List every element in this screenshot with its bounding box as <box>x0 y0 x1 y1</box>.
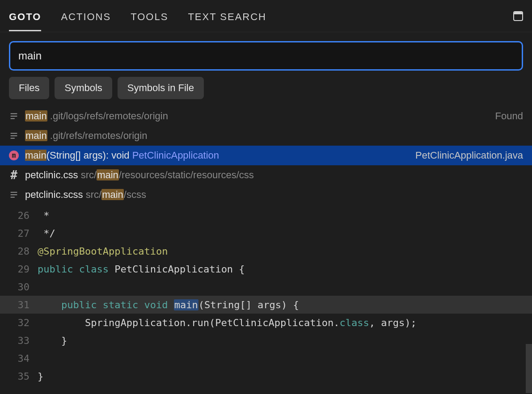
code-line: 26 * <box>0 206 532 224</box>
code-line: 28@SpringBootApplication <box>0 242 532 260</box>
found-label: Found <box>495 110 523 122</box>
css-icon: # <box>9 170 19 180</box>
window-icon[interactable] <box>513 11 523 21</box>
code-content: SpringApplication.run(PetClinicApplicati… <box>38 317 417 328</box>
result-text: main .git/refs/remotes/origin <box>25 130 147 142</box>
search-input[interactable] <box>9 41 523 71</box>
search-container <box>0 32 532 77</box>
line-number: 27 <box>0 228 38 239</box>
file-icon <box>9 111 19 121</box>
file-icon <box>9 190 19 200</box>
line-number: 34 <box>0 353 38 364</box>
tab-text-search[interactable]: TEXT SEARCH <box>188 1 266 31</box>
line-number: 29 <box>0 264 38 275</box>
result-row[interactable]: main .git/refs/remotes/origin <box>0 126 532 146</box>
result-row[interactable]: mmain(String[] args): void PetClinicAppl… <box>0 146 532 165</box>
result-text: petclinic.css src/main/resources/static/… <box>25 169 254 181</box>
scrollbar-thumb[interactable] <box>526 344 532 393</box>
results-list: main .git/logs/refs/remotes/originFoundm… <box>0 106 532 205</box>
file-icon <box>9 131 19 141</box>
tab-actions[interactable]: ACTIONS <box>61 1 111 31</box>
code-preview: 26 *27 */28@SpringBootApplication29publi… <box>0 205 532 385</box>
result-text: main(String[] args): void PetClinicAppli… <box>25 150 219 161</box>
code-content: } <box>38 335 67 346</box>
top-bar: GOTO ACTIONS TOOLS TEXT SEARCH <box>0 0 532 32</box>
code-line: 29public class PetClinicApplication { <box>0 260 532 278</box>
code-content: public class PetClinicApplication { <box>38 264 245 275</box>
filter-files-button[interactable]: Files <box>9 77 49 99</box>
code-line: 34 <box>0 349 532 367</box>
result-file-path: PetClinicApplication.java <box>415 150 523 161</box>
result-text: petclinic.scss src/main/scss <box>25 189 146 201</box>
code-line: 27 */ <box>0 224 532 242</box>
line-number: 26 <box>0 210 38 221</box>
filter-symbols-in-file-button[interactable]: Symbols in File <box>118 77 204 99</box>
line-number: 33 <box>0 335 38 346</box>
code-line: 35} <box>0 367 532 385</box>
line-number: 30 <box>0 281 38 293</box>
filter-buttons: Files Symbols Symbols in File <box>0 77 532 106</box>
code-line: 32 SpringApplication.run(PetClinicApplic… <box>0 314 532 331</box>
code-content: */ <box>38 228 55 239</box>
tab-goto[interactable]: GOTO <box>9 1 41 31</box>
code-line: 30 <box>0 278 532 296</box>
code-content: public static void main(String[] args) { <box>38 299 299 310</box>
code-content: * <box>38 210 50 221</box>
line-number: 31 <box>0 299 38 310</box>
line-number: 28 <box>0 246 38 257</box>
code-line: 31 public static void main(String[] args… <box>0 296 532 314</box>
result-row[interactable]: petclinic.scss src/main/scss <box>0 185 532 205</box>
result-row[interactable]: main .git/logs/refs/remotes/originFound <box>0 106 532 126</box>
line-number: 35 <box>0 371 38 382</box>
method-icon: m <box>9 151 19 160</box>
code-content: @SpringBootApplication <box>38 246 168 257</box>
line-number: 32 <box>0 317 38 328</box>
result-text: main .git/logs/refs/remotes/origin <box>25 110 168 122</box>
code-line: 33 } <box>0 331 532 349</box>
nav-tabs: GOTO ACTIONS TOOLS TEXT SEARCH <box>9 1 266 31</box>
result-row[interactable]: #petclinic.css src/main/resources/static… <box>0 165 532 185</box>
filter-symbols-button[interactable]: Symbols <box>55 77 112 99</box>
code-content: } <box>38 371 43 382</box>
tab-tools[interactable]: TOOLS <box>131 1 168 31</box>
